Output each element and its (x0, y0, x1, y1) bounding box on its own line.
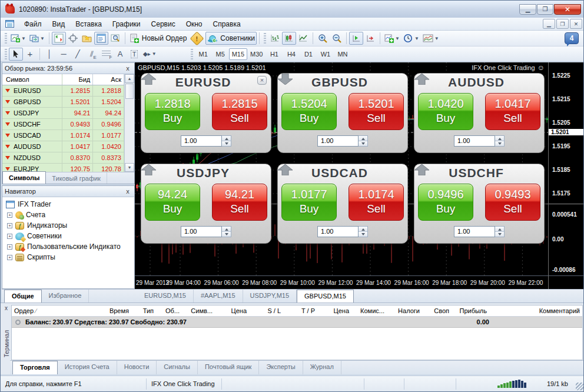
spin-up-icon[interactable] (359, 136, 367, 141)
trendline-tool[interactable]: ╱ (71, 48, 85, 61)
new-chart-button[interactable]: ▼ (9, 32, 28, 45)
sell-button-USDJPY[interactable]: 94.21Sell (212, 184, 267, 221)
volume-input[interactable]: 1.00 (181, 226, 222, 237)
sell-button-GBPUSD[interactable]: 1.5201Sell (349, 93, 404, 130)
terminal-column-Прибыль[interactable]: Прибыль (452, 307, 489, 314)
spin-down-icon[interactable] (359, 231, 367, 237)
chart-tab-#AAPL,M15[interactable]: #AAPL,M15 (194, 290, 243, 303)
advisors-button[interactable]: Советники (205, 32, 257, 45)
spin-up-icon[interactable] (222, 227, 231, 231)
volume-input[interactable]: 1.00 (317, 135, 359, 147)
chart-tab-EURUSD,M15[interactable]: EURUSD,M15 (137, 290, 194, 303)
navigator-toggle[interactable] (94, 32, 108, 45)
terminal-column-Тип[interactable]: Тип (131, 307, 156, 314)
buy-button-USDCAD[interactable]: 1.0177Buy (281, 184, 337, 221)
spin-down-icon[interactable] (495, 141, 504, 146)
chart-tab-USDJPY,M15[interactable]: USDJPY,M15 (243, 290, 297, 303)
terminal-tab-История Счета[interactable]: История Счета (58, 361, 117, 374)
spin-down-icon[interactable] (222, 141, 231, 146)
chart-shift-button[interactable] (363, 32, 377, 45)
zoom-out-button[interactable] (330, 32, 344, 45)
mdi-restore-button[interactable]: ❐ (556, 19, 569, 29)
menu-item-Файл[interactable]: Файл (19, 18, 47, 30)
terminal-tab-Сигналы[interactable]: Сигналы (157, 361, 198, 374)
timeframe-MN[interactable]: MN (334, 48, 351, 60)
maximize-button[interactable]: ❐ (537, 4, 553, 15)
timeframe-M15[interactable]: M15 (229, 48, 247, 60)
text-tool[interactable]: A (113, 48, 127, 61)
quote-row-AUDUSD[interactable]: AUDUSD1.04171.0420 (2, 141, 124, 152)
terminal-column-Об...[interactable]: Об... (156, 307, 182, 314)
terminal-column-Комментарий[interactable]: Комментарий (489, 307, 582, 314)
close-icon[interactable]: x (124, 65, 132, 72)
spin-down-icon[interactable] (495, 231, 504, 237)
timeframe-H4[interactable]: H4 (283, 48, 300, 60)
tester-button[interactable] (108, 32, 122, 45)
market-watch-scrollbar[interactable]: ▲ ▼ (124, 74, 134, 172)
chart-area[interactable]: GBPUSD,M15 1.5203 1.5205 1.5189 1.5201 I… (135, 62, 548, 289)
mdi-minimize-button[interactable]: ▁ (543, 19, 555, 29)
periods-button[interactable]: ▼ (402, 32, 421, 45)
shapes-tool[interactable]: ◆▸▼ (141, 48, 158, 61)
terminal-column-Цена[interactable]: Цена (317, 307, 351, 314)
quote-row-USDJPY[interactable]: USDJPY94.2194.24 (2, 108, 124, 119)
menu-item-Вставка[interactable]: Вставка (70, 18, 107, 30)
timeframe-W1[interactable]: W1 (317, 48, 334, 60)
terminal-tab-Торговля[interactable]: Торговля (12, 361, 58, 374)
favorites-button[interactable] (80, 32, 94, 45)
resize-grip[interactable] (576, 383, 583, 390)
volume-stepper[interactable] (495, 135, 505, 147)
minimize-button[interactable]: ▁ (519, 4, 536, 15)
close-button[interactable]: ✕ (554, 4, 581, 15)
fibonacci-tool[interactable]: F (99, 48, 113, 61)
zoom-in-button[interactable] (316, 32, 330, 45)
menu-item-Сервис[interactable]: Сервис (146, 18, 181, 30)
menu-item-Окно[interactable]: Окно (181, 18, 208, 30)
auto-scroll-button[interactable] (349, 32, 363, 45)
scroll-down-icon[interactable]: ▼ (125, 163, 134, 172)
menu-item-Справка[interactable]: Справка (208, 18, 246, 30)
column-symbol[interactable]: Символ (2, 74, 62, 85)
tree-root[interactable]: IFX Trader (2, 199, 134, 210)
terminal-tab-Журнал[interactable]: Журнал (303, 361, 341, 374)
quote-row-EURUSD[interactable]: EURUSD1.28151.2818 (2, 85, 124, 97)
timeframe-M1[interactable]: M1 (195, 48, 212, 60)
mdi-close-button[interactable]: ✕ (570, 19, 582, 29)
terminal-column-Время[interactable]: Время (79, 307, 131, 314)
buy-button-GBPUSD[interactable]: 1.5204Buy (281, 93, 337, 130)
spin-up-icon[interactable] (222, 136, 231, 141)
terminal-column-Ордер[interactable]: Ордер ∕ (12, 307, 79, 314)
chat-icon[interactable]: 4 (565, 32, 579, 44)
sell-button-AUDUSD[interactable]: 1.0417Sell (485, 93, 540, 130)
column-ask[interactable]: Аск (93, 74, 124, 85)
toolbar-grip[interactable] (5, 49, 7, 59)
label-tool[interactable]: T (127, 48, 141, 61)
tab-Избранное[interactable]: Избранное (42, 290, 89, 303)
indicators-button[interactable]: ▼ (383, 32, 402, 45)
timeframe-H1[interactable]: H1 (266, 48, 283, 60)
terminal-column-Своп[interactable]: Своп (422, 307, 452, 314)
terminal-column-Цена[interactable]: Цена (215, 307, 249, 314)
volume-stepper[interactable] (222, 226, 231, 237)
spin-up-icon[interactable] (495, 227, 504, 231)
close-icon[interactable]: x (124, 188, 132, 195)
timeframe-M5[interactable]: M5 (212, 48, 229, 60)
terminal-column-Симв...[interactable]: Симв... (182, 307, 215, 314)
terminal-column-Налоги[interactable]: Налоги (387, 307, 422, 314)
candles-chart-button[interactable] (282, 32, 296, 45)
terminal-column-T / P[interactable]: T / P (283, 307, 317, 314)
close-icon[interactable]: x (2, 305, 10, 313)
volume-input[interactable]: 1.00 (181, 135, 222, 147)
sell-button-USDCHF[interactable]: 0.9493Sell (485, 184, 540, 221)
sell-button-EURUSD[interactable]: 1.2815Sell (212, 93, 267, 130)
terminal-tab-Эксперты[interactable]: Эксперты (259, 361, 303, 374)
spin-up-icon[interactable] (495, 136, 504, 141)
vertical-line-tool[interactable]: │ (42, 48, 57, 61)
cursor-tool[interactable] (9, 48, 23, 61)
chart-tab-GBPUSD,M15[interactable]: GBPUSD,M15 (297, 290, 354, 303)
scrollbar-thumb[interactable] (125, 84, 134, 99)
terminal-column-Комис...[interactable]: Комис... (351, 307, 387, 314)
market-watch-toggle[interactable] (52, 32, 66, 45)
spin-down-icon[interactable] (359, 141, 367, 146)
column-bid[interactable]: Бид (62, 74, 94, 85)
